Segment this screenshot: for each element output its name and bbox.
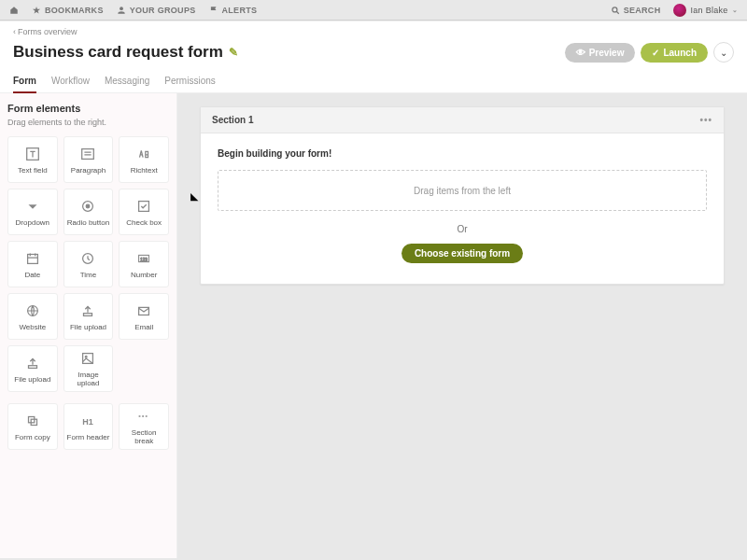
tabs: Form Workflow Messaging Permissions — [0, 70, 747, 93]
launch-button[interactable]: ✓Launch — [641, 43, 708, 63]
tile-label: Section break — [121, 428, 166, 445]
search-link[interactable]: SEARCH — [611, 6, 661, 15]
avatar — [673, 4, 686, 17]
copy-icon — [24, 413, 41, 429]
section-title: Section 1 — [212, 115, 253, 125]
element-para[interactable]: Paragraph — [63, 136, 114, 183]
element-radio[interactable]: Radio button — [63, 189, 114, 235]
tile-label: Website — [19, 323, 46, 331]
element-palette: Form elements Drag elements to the right… — [0, 93, 177, 558]
alerts-label: ALERTS — [222, 6, 258, 15]
para-icon — [79, 146, 96, 162]
tile-label: Form header — [67, 433, 110, 441]
svg-point-1 — [613, 7, 617, 11]
tile-label: Number — [131, 271, 157, 279]
chevron-down-icon: ⌄ — [732, 7, 738, 14]
groups-label: YOUR GROUPS — [130, 6, 196, 15]
search-label: SEARCH — [624, 6, 661, 15]
user-icon — [117, 6, 126, 15]
brk-icon — [135, 408, 152, 425]
svg-rect-12 — [84, 313, 92, 315]
breadcrumb-label: Forms overview — [18, 27, 78, 36]
svg-rect-14 — [28, 365, 36, 368]
chevron-down-icon: ⌄ — [720, 48, 727, 58]
search-icon — [611, 6, 620, 15]
radio-icon — [79, 198, 96, 215]
dropzone[interactable]: Drag items from the left — [218, 170, 707, 211]
element-check[interactable]: Check box — [119, 189, 169, 235]
upload-icon — [24, 355, 41, 371]
element-mail[interactable]: Email — [119, 293, 169, 340]
mail-icon — [135, 302, 152, 319]
svg-rect-6 — [139, 201, 149, 211]
svg-point-16 — [86, 356, 88, 357]
element-text[interactable]: Text field — [7, 136, 58, 183]
home-link[interactable] — [9, 6, 19, 15]
upload-icon — [79, 302, 96, 319]
tab-form[interactable]: Form — [13, 70, 36, 93]
num-icon: 123 — [135, 250, 152, 267]
choose-existing-button[interactable]: Choose existing form — [402, 244, 523, 263]
alerts-link[interactable]: ALERTS — [209, 6, 258, 15]
check-icon: ✓ — [652, 48, 659, 58]
user-name: Ian Blake — [690, 6, 727, 15]
element-img[interactable]: Image upload — [63, 345, 114, 392]
top-navbar: ★BOOKMARKS YOUR GROUPS ALERTS SEARCH Ian… — [0, 0, 747, 21]
tab-messaging[interactable]: Messaging — [105, 70, 149, 92]
bookmarks-link[interactable]: ★BOOKMARKS — [32, 6, 104, 15]
home-icon — [9, 6, 19, 15]
img-icon — [79, 350, 96, 367]
breadcrumb[interactable]: ‹Forms overview — [0, 21, 747, 36]
or-divider: Or — [218, 224, 707, 234]
element-num[interactable]: 123Number — [119, 241, 169, 287]
element-copy[interactable]: Form copy — [7, 403, 58, 450]
page-title: Business card request form✎ — [13, 43, 238, 62]
tile-label: Dropdown — [16, 218, 49, 227]
tab-workflow[interactable]: Workflow — [51, 70, 90, 92]
element-upload[interactable]: File upload — [63, 293, 114, 340]
tile-label: Email — [134, 323, 153, 331]
chevron-left-icon: ‹ — [13, 27, 16, 36]
tile-label: Text field — [18, 166, 48, 175]
more-actions-button[interactable]: ⌄ — [713, 42, 734, 63]
svg-rect-7 — [27, 254, 37, 263]
svg-point-5 — [87, 204, 91, 208]
launch-label: Launch — [663, 48, 697, 58]
svg-rect-3 — [82, 148, 94, 159]
element-web[interactable]: Website — [7, 293, 58, 340]
title-text: Business card request form — [13, 43, 223, 62]
drop-icon — [24, 198, 41, 215]
user-menu[interactable]: Ian Blake⌄ — [673, 4, 738, 17]
tile-label: File upload — [70, 323, 106, 331]
tile-label: Date — [24, 271, 40, 279]
preview-button[interactable]: 👁Preview — [565, 43, 636, 63]
svg-text:123: 123 — [140, 257, 148, 261]
tile-label: Richtext — [131, 166, 158, 175]
time-icon — [79, 250, 96, 267]
tile-label: Check box — [126, 218, 162, 227]
eye-icon: 👁 — [576, 48, 585, 58]
tile-label: File upload — [14, 375, 50, 384]
element-rich[interactable]: Richtext — [119, 136, 169, 183]
element-brk[interactable]: Section break — [119, 403, 169, 450]
tab-permissions[interactable]: Permissions — [164, 70, 215, 92]
svg-text:H1: H1 — [83, 416, 94, 426]
form-section: Section 1 ••• Begin building your form! … — [200, 106, 725, 285]
tile-label: Paragraph — [71, 166, 106, 175]
edit-title-icon[interactable]: ✎ — [229, 46, 238, 59]
flag-icon — [209, 6, 218, 15]
build-prompt: Begin building your form! — [218, 148, 707, 159]
check-icon — [135, 198, 152, 215]
date-icon — [24, 250, 41, 267]
tile-label: Time — [80, 271, 96, 279]
element-time[interactable]: Time — [63, 241, 114, 287]
element-upload[interactable]: File upload — [7, 345, 58, 392]
section-menu-icon[interactable]: ••• — [699, 115, 712, 125]
groups-link[interactable]: YOUR GROUPS — [117, 6, 196, 15]
element-h1[interactable]: H1Form header — [63, 403, 114, 450]
element-drop[interactable]: Dropdown — [7, 189, 58, 235]
bookmarks-label: BOOKMARKS — [45, 6, 104, 15]
tile-label: Form copy — [15, 433, 50, 441]
text-icon — [24, 146, 41, 162]
element-date[interactable]: Date — [7, 241, 58, 287]
